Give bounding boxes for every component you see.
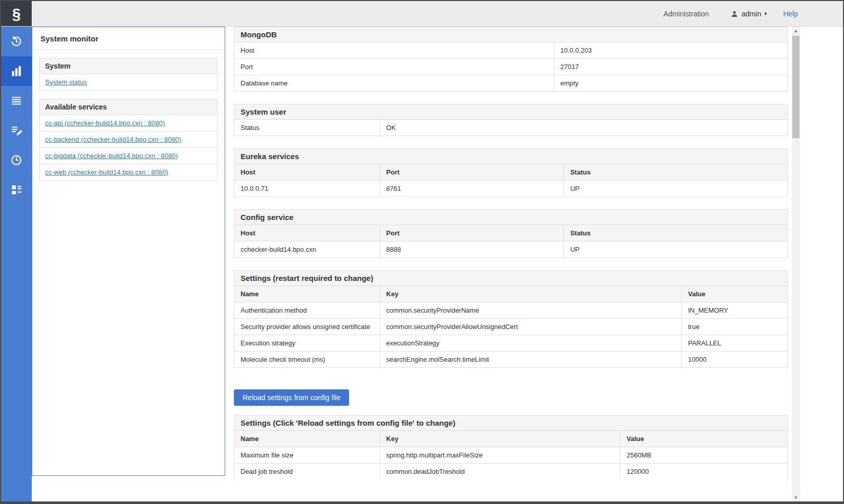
available-services-title: Available services — [40, 99, 217, 115]
system-monitor-panel: System monitor System System status Avai… — [32, 27, 225, 476]
panel-title: System monitor — [32, 27, 225, 50]
list-item: cc-backend (cchecker-build14.bpo.cxn : 8… — [40, 132, 217, 148]
section-title: System user — [234, 104, 787, 120]
table-cell: Host — [234, 42, 554, 59]
scrollbar-thumb[interactable] — [792, 36, 799, 138]
sidebar-item-list[interactable] — [1, 86, 32, 116]
table-header-row: Name Key Value — [234, 286, 787, 302]
column-header: Key — [380, 431, 620, 447]
table-row: Molecule check timeout (ms) searchEngine… — [234, 352, 787, 368]
column-header: Key — [380, 286, 682, 302]
mongodb-section: MongoDB Host 10.0.0.203 Port 27017 Datab… — [234, 27, 788, 92]
config-service-section: Config service Host Port Status cchecker… — [234, 209, 788, 258]
settings-restart-table: Name Key Value Authentication method com… — [234, 286, 787, 367]
sidebar-item-history[interactable] — [1, 27, 32, 56]
table-cell: OK — [380, 120, 787, 136]
mongodb-table: Host 10.0.0.203 Port 27017 Database name… — [234, 42, 787, 91]
table-cell: 8888 — [380, 242, 564, 258]
table-cell: common.securityProviderAllowUnsignedCert — [380, 319, 682, 335]
app-logo-icon[interactable]: § — [1, 1, 32, 26]
table-cell: 10000 — [682, 352, 787, 368]
top-bar: § Administration admin ▾ Help — [1, 1, 843, 27]
table-cell: spring.http.multipart.maxFileSize — [380, 447, 620, 464]
column-header: Name — [234, 286, 380, 302]
column-header: Port — [380, 164, 564, 181]
user-icon — [730, 10, 739, 18]
sidebar-item-tasks[interactable] — [1, 116, 32, 145]
status-cell: UP — [564, 242, 787, 258]
section-title: MongoDB — [234, 27, 787, 42]
table-cell: Dead job treshold — [234, 464, 380, 480]
dashboard-icon — [10, 183, 23, 196]
table-cell: Security provider allows unsigned certif… — [234, 319, 380, 335]
service-link-cc-bigdata[interactable]: cc-bigdata (cchecker-build14.bpo.cxn : 8… — [45, 152, 178, 160]
list-item: cc-api (cchecker-build14.bpo.cxn : 8080) — [40, 115, 217, 132]
administration-menu[interactable]: Administration — [663, 10, 709, 18]
section-title: Settings (Click 'Reload settings from co… — [234, 415, 787, 431]
app-window: § Administration admin ▾ Help — [0, 0, 844, 504]
service-link-cc-backend[interactable]: cc-backend (cchecker-build14.bpo.cxn : 8… — [45, 136, 181, 143]
system-user-table: Status OK — [234, 120, 787, 136]
sidebar-item-scheduler[interactable] — [1, 145, 32, 175]
column-header: Value — [620, 431, 787, 447]
settings-reload-section: Settings (Click 'Reload settings from co… — [234, 415, 788, 479]
table-cell: IN_MEMORY — [682, 302, 787, 319]
eureka-services-section: Eureka services Host Port Status 10.0.0.… — [234, 148, 788, 197]
system-user-section: System user Status OK — [234, 104, 788, 136]
table-header-row: Host Port Status — [234, 164, 787, 181]
username: admin — [742, 10, 761, 18]
table-cell: Execution strategy — [234, 335, 380, 352]
system-panel-title: System — [40, 58, 217, 74]
status-cell: UP — [564, 181, 787, 197]
table-row: Status OK — [234, 120, 787, 136]
table-cell: common.deadJobTreshold — [380, 464, 620, 480]
section-title: Settings (restart required to change) — [234, 271, 787, 286]
table-row: 10.0.0.71 8761 UP — [234, 181, 787, 197]
table-cell: Status — [234, 120, 380, 136]
vertical-scrollbar[interactable]: ▲ ▼ — [792, 27, 800, 501]
list-item: cc-bigdata (cchecker-build14.bpo.cxn : 8… — [40, 148, 217, 164]
table-row: Execution strategy executionStrategy PAR… — [234, 335, 787, 352]
config-service-table: Host Port Status cchecker-build14.bpo.cx… — [234, 225, 787, 257]
table-cell: common.securityProviderName — [380, 302, 682, 319]
user-menu[interactable]: admin ▾ — [730, 10, 767, 18]
column-header: Value — [682, 286, 787, 302]
table-cell: 10.0.0.203 — [554, 42, 787, 59]
icon-sidebar — [1, 27, 32, 501]
help-link[interactable]: Help — [783, 10, 798, 18]
sidebar-item-monitor[interactable] — [1, 56, 32, 86]
table-cell: 27017 — [554, 59, 787, 75]
service-link-cc-api[interactable]: cc-api (cchecker-build14.bpo.cxn : 8080) — [45, 119, 165, 127]
table-header-row: Host Port Status — [234, 225, 787, 242]
reload-settings-button[interactable]: Reload settings from config file — [234, 389, 349, 406]
section-title: Config service — [234, 210, 787, 225]
list-item: cc-web (cchecker-build14.bpo.cxn : 8080) — [40, 164, 217, 180]
table-cell: 8761 — [380, 181, 564, 197]
column-header: Port — [380, 225, 564, 242]
settings-reload-table: Name Key Value Maximum file size spring.… — [234, 431, 787, 479]
top-bar-right: Administration admin ▾ Help — [32, 1, 843, 26]
table-row: Database name empty — [234, 75, 787, 92]
table-cell: searchEngine.molSearch.timeLimit — [380, 352, 682, 368]
table-cell: Molecule check timeout (ms) — [234, 352, 380, 368]
column-header: Status — [564, 225, 787, 242]
scroll-up-arrow-icon[interactable]: ▲ — [792, 27, 800, 35]
table-row: Dead job treshold common.deadJobTreshold… — [234, 464, 787, 480]
table-cell: PARALLEL — [682, 335, 787, 352]
available-services-panel: Available services cc-api (cchecker-buil… — [39, 99, 218, 181]
system-status-link[interactable]: System status — [45, 78, 87, 86]
table-cell: 2560MB — [620, 447, 787, 464]
task-edit-icon — [10, 124, 23, 137]
table-cell: true — [682, 319, 787, 335]
eureka-table: Host Port Status 10.0.0.71 8761 UP — [234, 164, 787, 196]
table-cell: cchecker-build14.bpo.cxn — [234, 242, 380, 258]
table-cell: empty — [554, 75, 787, 92]
service-link-cc-web[interactable]: cc-web (cchecker-build14.bpo.cxn : 8080) — [45, 168, 168, 176]
table-cell: 10.0.0.71 — [234, 181, 380, 197]
scroll-down-arrow-icon[interactable]: ▼ — [792, 493, 800, 501]
sidebar-item-dashboard[interactable] — [1, 175, 32, 205]
table-row: Maximum file size spring.http.multipart.… — [234, 447, 787, 464]
column-header: Host — [234, 225, 380, 242]
history-icon — [10, 35, 23, 48]
clock-icon — [10, 154, 23, 167]
